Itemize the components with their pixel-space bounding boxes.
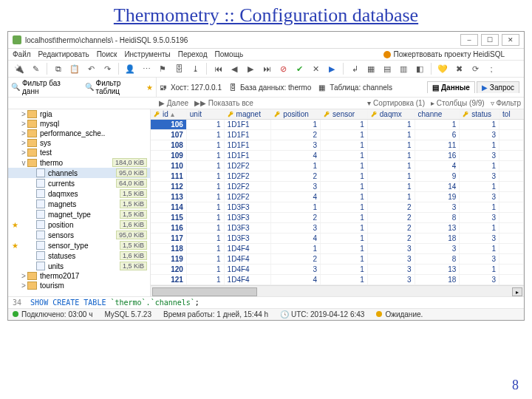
cell[interactable]: 3 [415,244,460,253]
cell[interactable]: 1 [321,182,368,191]
cell[interactable]: 110 [151,161,187,171]
cell[interactable]: 1D3F3 [225,202,272,212]
cell[interactable]: 1 [321,223,368,233]
tool-next-icon[interactable]: ▶ [244,62,257,75]
donate-link[interactable]: Пожертвовать проекту HeidiSQL [383,50,512,58]
cell[interactable]: 2 [368,233,415,243]
cell[interactable]: 1 [187,192,225,202]
cell[interactable]: 2 [271,213,321,222]
minimize-button[interactable]: – [460,34,478,46]
cell[interactable]: 1 [368,192,415,202]
table-row[interactable]: 12111D4F4413183 [151,275,524,285]
expand-icon[interactable]: > [20,272,27,280]
cell[interactable]: 1D2F2 [225,171,272,181]
cell[interactable]: 116 [151,223,187,233]
cell[interactable]: 3 [271,140,321,150]
tool-redo-icon[interactable]: ↷ [100,62,114,75]
tree-item[interactable]: >sys [8,138,150,148]
tree-item[interactable]: ★sensor_type1,5 KiB [8,240,150,250]
tool-wrap-icon[interactable]: ↲ [348,62,361,75]
cell[interactable]: 1 [368,151,415,160]
cell[interactable]: 4 [271,275,321,284]
cell[interactable] [499,161,524,171]
cell[interactable]: 3 [460,192,499,202]
tool-connect-icon[interactable]: 🔌 [13,62,26,75]
tool-first-icon[interactable]: ⏮ [211,62,225,75]
cell[interactable]: 114 [151,202,187,212]
nav-cols[interactable]: ▸ Столбцы (9/9) [431,99,485,107]
cell[interactable]: 119 [151,254,187,264]
cell[interactable]: 2 [271,254,321,264]
expand-icon[interactable]: > [20,110,27,118]
cell[interactable]: 9 [415,171,460,181]
tool-refresh-icon[interactable]: ⟳ [468,62,482,75]
cell[interactable]: 13 [415,265,460,274]
tool-cal-icon[interactable]: ▦ [364,62,378,75]
cell[interactable]: 3 [271,223,321,233]
cell[interactable]: 6 [415,130,460,140]
cell[interactable]: 1 [321,244,368,253]
cell[interactable]: 1 [187,244,225,253]
cell[interactable]: 108 [151,140,187,150]
nav-sort[interactable]: ▾ Сортировка (1) [367,99,425,107]
cell[interactable] [499,202,524,212]
cell[interactable]: 1 [460,140,499,150]
col-header[interactable]: position [271,109,321,119]
cell[interactable]: 1 [368,140,415,150]
cell[interactable]: 1D2F2 [225,161,272,171]
breadcrumb-table[interactable]: ▦Таблица: channels [318,83,392,92]
menu-search[interactable]: Поиск [97,50,117,58]
tool-donate2-icon[interactable]: 💛 [436,62,449,75]
cell[interactable]: 1 [415,120,460,129]
breadcrumb-host[interactable]: 🖳Хост: 127.0.0.1 [160,83,222,92]
cell[interactable]: 11 [415,140,460,150]
scroll-thumb[interactable] [152,287,257,296]
cell[interactable]: 3 [460,233,499,243]
cell[interactable]: 1 [187,140,225,150]
tool-vars-icon[interactable]: ⋯ [140,62,153,75]
expand-icon[interactable]: > [20,139,27,147]
menu-help[interactable]: Помощь [214,50,243,58]
tool-db-icon[interactable]: 🗄 [172,62,185,75]
cell[interactable] [499,275,524,284]
cell[interactable]: 1 [187,130,225,140]
nav-all[interactable]: ▶▶ Показать все [194,99,253,107]
cell[interactable] [499,151,524,160]
cell[interactable]: 2 [271,171,321,181]
tool-user-icon[interactable]: 👤 [123,62,137,75]
cell[interactable]: 1 [321,233,368,243]
cell[interactable] [499,254,524,264]
cell[interactable]: 1 [271,161,321,171]
cell[interactable] [499,130,524,140]
cell[interactable]: 1 [271,202,321,212]
cell[interactable]: 1 [321,161,368,171]
cell[interactable]: 4 [415,161,460,171]
cell[interactable]: 1D2F2 [225,192,272,202]
col-header[interactable]: magnet [225,109,272,119]
tool-copy-icon[interactable]: ⧉ [52,62,65,75]
cell[interactable]: 13 [415,223,460,233]
tree-item[interactable]: units1,5 KiB [8,261,150,271]
cell[interactable]: 1D4F4 [225,254,272,264]
cell[interactable]: 2 [368,202,415,212]
tool-paste-icon[interactable]: 📋 [68,62,81,75]
cell[interactable]: 1D1F1 [225,140,272,150]
expand-icon[interactable]: > [20,149,27,157]
tree-item[interactable]: >test [8,148,150,157]
table-row[interactable]: 11411D3F311231 [151,202,524,213]
cell[interactable]: 4 [271,192,321,202]
tool-edit-icon[interactable]: ✎ [29,62,42,75]
cell[interactable]: 4 [271,233,321,243]
cell[interactable] [499,223,524,233]
cell[interactable]: 1 [187,275,225,284]
col-header[interactable]: tol [499,109,524,119]
table-row[interactable]: 11311D2F2411193 [151,192,524,202]
col-header[interactable]: id ▴ [151,109,187,119]
tree-item[interactable]: >tourism [8,281,150,290]
nav-next[interactable]: ▶ Далее [159,99,188,107]
cell[interactable]: 8 [415,213,460,222]
table-row[interactable]: 11811D4F411331 [151,244,524,254]
cell[interactable]: 2 [271,130,321,140]
cell[interactable]: 112 [151,182,187,191]
cell[interactable]: 3 [460,171,499,181]
